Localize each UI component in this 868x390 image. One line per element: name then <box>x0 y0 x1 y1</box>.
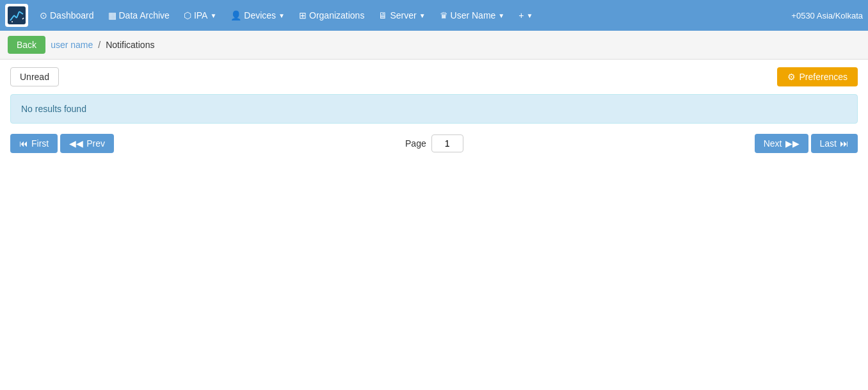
organizations-icon: ⊞ <box>299 10 307 20</box>
pagination-center: Page <box>405 134 463 152</box>
nav-username-label: User Name <box>451 10 496 20</box>
server-arrow-icon: ▼ <box>419 12 426 19</box>
nav-plus[interactable]: + ▼ <box>512 6 539 24</box>
nav-server[interactable]: 🖥 Server ▼ <box>372 6 431 24</box>
results-area: No results found <box>10 94 858 124</box>
nav-organizations-label: Organizations <box>309 10 364 20</box>
nav-ipa[interactable]: ⬡ IPA ▼ <box>177 6 223 24</box>
nav-data-archive-label: Data Archive <box>119 10 170 20</box>
nav-organizations[interactable]: ⊞ Organizations <box>293 6 371 24</box>
toolbar: Unread ⚙ Preferences <box>10 67 858 86</box>
first-label: First <box>31 138 49 149</box>
next-label: Next <box>764 138 782 149</box>
prev-label: Prev <box>86 138 105 149</box>
data-archive-icon: ▦ <box>108 10 117 20</box>
devices-icon: 👤 <box>230 10 241 20</box>
next-icon: ▶▶ <box>785 138 800 149</box>
navbar-time: +0530 Asia/Kolkata <box>791 11 863 20</box>
username-icon: ♛ <box>440 10 448 20</box>
back-button[interactable]: Back <box>8 36 45 54</box>
nav-dashboard[interactable]: ⊙ Dashboard <box>33 6 100 24</box>
ipa-arrow-icon: ▼ <box>210 12 216 19</box>
last-icon: ⏭ <box>840 138 849 149</box>
breadcrumb-separator: / <box>98 40 100 50</box>
nav-ipa-label: IPA <box>194 10 208 20</box>
main-content: Unread ⚙ Preferences No results found ⏮ … <box>0 60 868 161</box>
plus-arrow-icon: ▼ <box>526 12 533 19</box>
preferences-button[interactable]: ⚙ Preferences <box>777 67 858 86</box>
nav-dashboard-label: Dashboard <box>50 10 94 20</box>
nav-plus-label: + <box>518 10 524 20</box>
gear-icon: ⚙ <box>787 72 796 82</box>
pagination-left: ⏮ First ◀◀ Prev <box>10 134 114 153</box>
server-icon: 🖥 <box>378 10 387 20</box>
page-input[interactable] <box>431 134 463 152</box>
navbar: ⊙ Dashboard ▦ Data Archive ⬡ IPA ▼ 👤 Dev… <box>0 0 868 31</box>
nav-devices[interactable]: 👤 Devices ▼ <box>224 6 291 24</box>
no-results-message: No results found <box>21 104 86 114</box>
breadcrumb-user-link[interactable]: user name <box>51 40 93 50</box>
nav-data-archive[interactable]: ▦ Data Archive <box>102 6 176 24</box>
app-logo[interactable] <box>5 4 28 27</box>
last-button[interactable]: Last ⏭ <box>811 134 858 153</box>
dashboard-icon: ⊙ <box>40 10 47 20</box>
pagination-right: Next ▶▶ Last ⏭ <box>755 134 858 153</box>
last-label: Last <box>820 138 837 149</box>
first-icon: ⏮ <box>19 138 28 149</box>
username-arrow-icon: ▼ <box>498 12 504 19</box>
svg-rect-0 <box>8 6 26 24</box>
preferences-label: Preferences <box>800 72 848 82</box>
nav-username[interactable]: ♛ User Name ▼ <box>433 6 511 24</box>
nav-devices-label: Devices <box>244 10 276 20</box>
nav-items: ⊙ Dashboard ▦ Data Archive ⬡ IPA ▼ 👤 Dev… <box>33 6 791 24</box>
page-label: Page <box>405 138 426 149</box>
prev-button[interactable]: ◀◀ Prev <box>60 134 114 153</box>
prev-icon: ◀◀ <box>69 138 83 149</box>
unread-button[interactable]: Unread <box>10 67 59 86</box>
pagination-bar: ⏮ First ◀◀ Prev Page Next ▶▶ Last ⏭ <box>10 134 858 153</box>
first-button[interactable]: ⏮ First <box>10 134 58 153</box>
breadcrumb-bar: Back user name / Notifications <box>0 31 868 60</box>
nav-server-label: Server <box>390 10 416 20</box>
devices-arrow-icon: ▼ <box>278 12 285 19</box>
next-button[interactable]: Next ▶▶ <box>755 134 808 153</box>
ipa-icon: ⬡ <box>184 10 191 20</box>
breadcrumb-current: Notifications <box>106 40 154 50</box>
